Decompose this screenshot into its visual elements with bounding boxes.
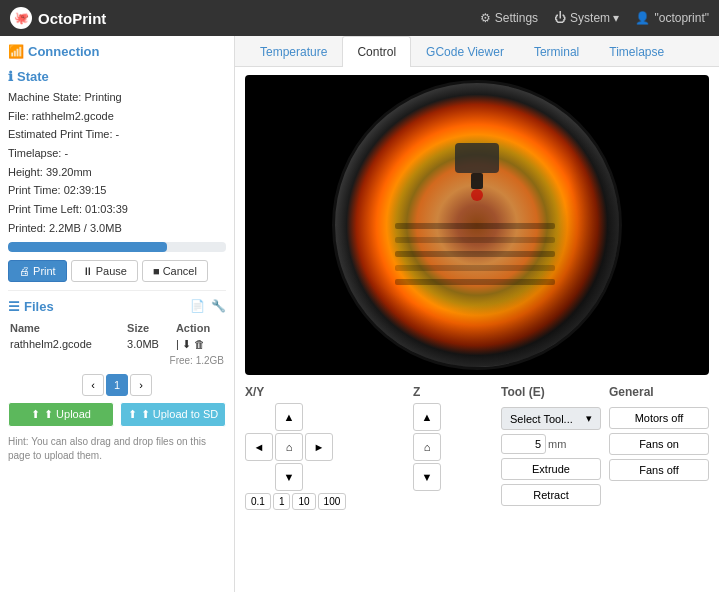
fans-on-button[interactable]: Fans on <box>609 433 709 455</box>
tab-terminal[interactable]: Terminal <box>519 36 594 67</box>
files-table: Name Size Action rathhelm2.gcode 3.0MB |… <box>8 320 226 368</box>
settings-icon: ⚙ <box>480 11 491 25</box>
connection-header: 📶 Connection <box>8 44 226 59</box>
z-section: Z ▲ ⌂ ▼ <box>413 385 493 491</box>
tab-control[interactable]: Control <box>342 36 411 67</box>
file-size-cell: 3.0MB <box>125 336 174 353</box>
wrench-icon[interactable]: 🔧 <box>211 299 226 313</box>
extrude-input[interactable] <box>501 434 546 454</box>
svg-rect-0 <box>395 223 555 229</box>
tool-select-button[interactable]: Select Tool... ▾ <box>501 407 601 430</box>
print-button[interactable]: 🖨 Print <box>8 260 67 282</box>
xy-steps: 0.1 1 10 100 <box>245 493 405 510</box>
files-icons: 📄 🔧 <box>190 299 226 313</box>
print-time-left-row: Print Time Left: 01:03:39 <box>8 200 226 219</box>
camera-fisheye <box>332 80 622 370</box>
progress-bar-inner <box>8 242 167 252</box>
upload-row: ⬆ ⬆ Upload ⬆ ⬆ Upload to SD <box>8 402 226 427</box>
print-time-left-label: Print Time Left: <box>8 203 82 215</box>
brand-name: OctoPrint <box>38 10 106 27</box>
current-page-button[interactable]: 1 <box>106 374 128 396</box>
print-time-label: Print Time: <box>8 184 61 196</box>
pause-button[interactable]: ⏸ Pause <box>71 260 138 282</box>
xy-empty-br <box>305 463 333 491</box>
machine-state-row: Machine State: Printing <box>8 88 226 107</box>
state-title: ℹ State <box>8 69 226 84</box>
svg-rect-1 <box>395 237 555 243</box>
xy-left-button[interactable]: ◄ <box>245 433 273 461</box>
machine-state-value: Printing <box>84 91 121 103</box>
next-page-button[interactable]: › <box>130 374 152 396</box>
file-free: Free: 1.2GB <box>8 353 226 368</box>
timelapse-row: Timelapse: - <box>8 144 226 163</box>
files-title: ☰ Files <box>8 299 54 314</box>
height-value: 39.20mm <box>46 166 92 178</box>
camera-view <box>245 75 709 375</box>
fans-off-button[interactable]: Fans off <box>609 459 709 481</box>
files-label[interactable]: Files <box>24 299 54 314</box>
xy-right-button[interactable]: ► <box>305 433 333 461</box>
prev-page-button[interactable]: ‹ <box>82 374 104 396</box>
file-row: File: rathhelm2.gcode <box>8 107 226 126</box>
general-label: General <box>609 385 709 399</box>
z-down-button[interactable]: ▼ <box>413 463 441 491</box>
xy-home-button[interactable]: ⌂ <box>275 433 303 461</box>
est-print-time-row: Estimated Print Time: - <box>8 125 226 144</box>
printed-label: Printed: <box>8 222 46 234</box>
file-action-cell[interactable]: | ⬇ 🗑 <box>174 336 226 353</box>
xy-empty-tr <box>305 403 333 431</box>
xy-down-button[interactable]: ▼ <box>275 463 303 491</box>
file-name-cell: rathhelm2.gcode <box>8 336 125 353</box>
z-up-button[interactable]: ▲ <box>413 403 441 431</box>
tool-section: Tool (E) Select Tool... ▾ mm Extrude Ret… <box>501 385 601 506</box>
tab-gcode-viewer[interactable]: GCode Viewer <box>411 36 519 67</box>
est-print-time-value: - <box>116 128 120 140</box>
files-header: ☰ Files 📄 🔧 <box>8 299 226 314</box>
system-link[interactable]: ⏻ System ▾ <box>554 11 619 25</box>
upload-sd-label: ⬆ Upload to SD <box>141 408 218 421</box>
print-time-left-value: 01:03:39 <box>85 203 128 215</box>
upload-label: ⬆ Upload <box>44 408 91 421</box>
upload-button[interactable]: ⬆ ⬆ Upload <box>8 402 114 427</box>
xy-step-01[interactable]: 0.1 <box>245 493 271 510</box>
info-icon: ℹ <box>8 69 13 84</box>
xy-up-button[interactable]: ▲ <box>275 403 303 431</box>
upload-sd-button[interactable]: ⬆ ⬆ Upload to SD <box>120 402 226 427</box>
machine-state-label: Machine State: <box>8 91 81 103</box>
action-buttons: 🖨 Print ⏸ Pause ■ Cancel <box>8 260 226 282</box>
height-label: Height: <box>8 166 43 178</box>
signal-icon: 📶 <box>8 44 24 59</box>
brand: 🐙 OctoPrint <box>10 7 480 29</box>
retract-button[interactable]: Retract <box>501 484 601 506</box>
xy-step-100[interactable]: 100 <box>318 493 347 510</box>
printed-row: Printed: 2.2MB / 3.0MB <box>8 219 226 238</box>
cancel-button[interactable]: ■ Cancel <box>142 260 208 282</box>
file-value: rathhelm2.gcode <box>32 110 114 122</box>
hint-text: Hint: You can also drag and drop files o… <box>8 435 226 463</box>
mm-label: mm <box>548 438 566 450</box>
connection-label[interactable]: Connection <box>28 44 100 59</box>
z-home-button[interactable]: ⌂ <box>413 433 441 461</box>
tabs-bar: Temperature Control GCode Viewer Termina… <box>235 36 719 67</box>
state-label: State <box>17 69 49 84</box>
user-link[interactable]: 👤 "octoprint" <box>635 11 709 25</box>
motors-off-button[interactable]: Motors off <box>609 407 709 429</box>
height-row: Height: 39.20mm <box>8 163 226 182</box>
tab-timelapse[interactable]: Timelapse <box>594 36 679 67</box>
tool-select-label: Select Tool... <box>510 413 573 425</box>
controls-grid: X/Y ▲ ◄ ⌂ ► ▼ <box>245 385 709 510</box>
xy-step-1[interactable]: 1 <box>273 493 291 510</box>
xy-pad: ▲ ◄ ⌂ ► ▼ <box>245 403 405 491</box>
col-name: Name <box>8 320 125 336</box>
tab-temperature[interactable]: Temperature <box>245 36 342 67</box>
svg-rect-5 <box>455 143 499 173</box>
sidebar: 📶 Connection ℹ State Machine State: Prin… <box>0 36 235 592</box>
user-label: "octoprint" <box>654 11 709 25</box>
print-time-value: 02:39:15 <box>64 184 107 196</box>
svg-rect-3 <box>395 265 555 271</box>
xy-step-10[interactable]: 10 <box>292 493 315 510</box>
extrude-button[interactable]: Extrude <box>501 458 601 480</box>
connection-section: 📶 Connection <box>8 44 226 59</box>
main-content: Temperature Control GCode Viewer Termina… <box>235 36 719 592</box>
settings-link[interactable]: ⚙ Settings <box>480 11 538 25</box>
